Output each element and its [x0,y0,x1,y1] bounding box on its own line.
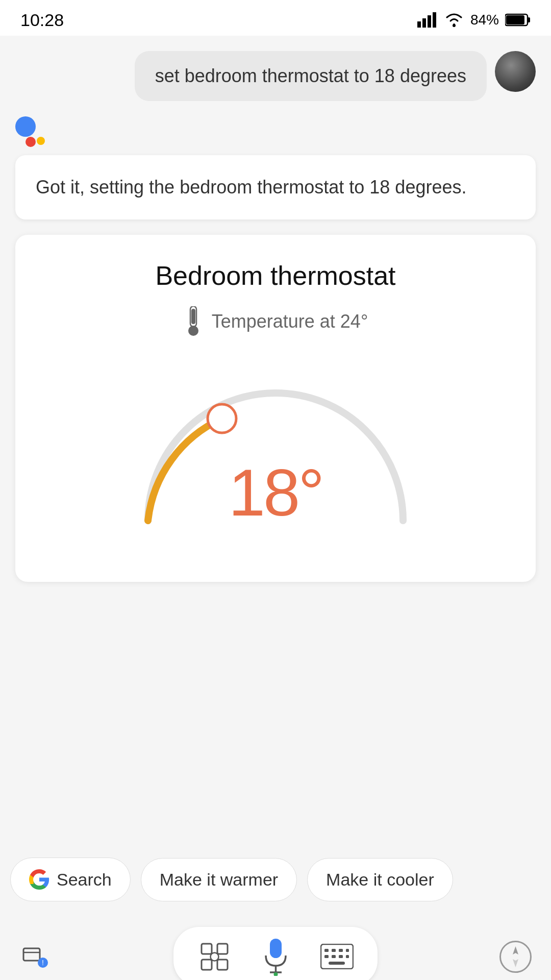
svg-text:!: ! [42,959,44,967]
svg-marker-37 [513,959,518,967]
search-button-label: Search [57,870,112,890]
svg-rect-1 [422,18,426,28]
thermometer-icon [183,306,204,337]
svg-rect-34 [329,962,345,965]
microphone-icon [262,938,290,976]
lens-icon [201,943,229,971]
gauge-container: 18° [117,357,434,541]
wifi-icon [444,12,464,28]
svg-rect-12 [23,948,40,961]
svg-rect-7 [506,15,524,24]
svg-rect-30 [324,955,329,958]
svg-rect-0 [417,21,421,28]
keyboard-icon [320,944,354,969]
battery-text: 84% [470,12,499,28]
user-message-container: set bedroom thermostat to 18 degrees [15,51,536,101]
google-dots [15,116,56,147]
dot-yellow [37,137,45,145]
svg-marker-36 [513,946,518,954]
user-message-bubble: set bedroom thermostat to 18 degrees [135,51,487,101]
dot-red [26,137,36,147]
set-temperature: 18° [229,455,323,530]
thermostat-title: Bedroom thermostat [36,260,515,291]
svg-point-10 [188,326,198,336]
input-toolbar: ! [0,917,551,980]
status-bar: 10:28 84% [0,0,551,36]
svg-rect-19 [217,960,228,970]
make-warmer-button[interactable]: Make it warmer [141,858,297,901]
svg-rect-33 [346,955,349,958]
svg-rect-21 [270,939,282,958]
search-button[interactable]: Search [10,857,131,901]
temperature-info: Temperature at 24° [36,306,515,337]
svg-point-11 [208,404,236,433]
battery-icon [505,13,531,27]
svg-point-20 [210,952,218,961]
svg-rect-3 [433,12,436,28]
lens-button[interactable] [194,936,235,977]
signal-icon [417,12,438,28]
svg-rect-9 [191,309,195,324]
svg-rect-27 [332,949,336,952]
temperature-display: 18° [117,454,434,531]
temperature-label: Temperature at 24° [212,311,368,332]
assistant-message-bubble: Got it, setting the bedroom thermostat t… [15,155,536,219]
toolbar-center [173,927,378,980]
svg-point-35 [500,941,531,972]
make-warmer-label: Make it warmer [160,870,278,890]
microphone-button[interactable] [255,936,296,977]
dot-blue [15,116,36,137]
user-avatar [495,51,536,92]
make-cooler-label: Make it cooler [326,870,434,890]
notification-button[interactable]: ! [15,936,56,977]
assistant-container: Got it, setting the bedroom thermostat t… [15,116,536,219]
status-icons: 84% [417,12,531,28]
svg-rect-32 [339,955,343,958]
svg-rect-28 [339,949,343,952]
svg-point-4 [453,24,456,27]
keyboard-button[interactable] [316,936,357,977]
compass-button[interactable] [495,936,536,977]
status-time: 10:28 [20,10,64,30]
svg-rect-17 [217,944,228,954]
svg-rect-18 [202,960,212,970]
main-content: set bedroom thermostat to 18 degrees Got… [0,36,551,842]
action-buttons-row: Search Make it warmer Make it cooler [0,842,551,917]
svg-rect-31 [332,955,336,958]
thermostat-card: Bedroom thermostat Temperature at 24° [15,235,536,582]
google-assistant-logo [15,116,536,147]
svg-rect-6 [528,17,530,22]
svg-rect-2 [428,15,431,28]
compass-icon [499,940,532,973]
notification-icon: ! [20,941,51,972]
svg-rect-29 [346,949,349,952]
svg-rect-26 [324,949,329,952]
make-cooler-button[interactable]: Make it cooler [307,858,453,901]
google-logo-icon [29,869,49,890]
svg-rect-16 [202,944,212,954]
